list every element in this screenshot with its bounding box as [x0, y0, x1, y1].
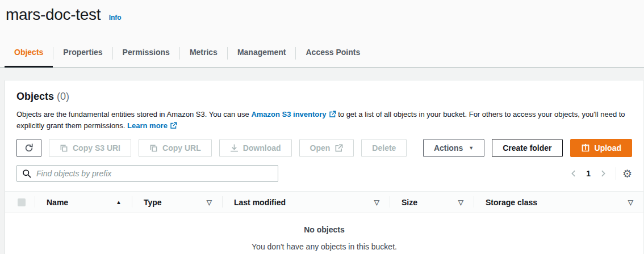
copy-icon	[149, 144, 158, 153]
page-title: mars-doc-test	[6, 6, 101, 23]
sort-ascending-icon[interactable]: ▲	[116, 200, 122, 205]
column-label: Size	[402, 198, 417, 207]
upload-button[interactable]: Upload	[570, 139, 632, 157]
pager-divider	[616, 167, 616, 180]
column-label: Storage class	[486, 198, 537, 207]
copy-s3-uri-label: Copy S3 URI	[73, 143, 120, 153]
search-box[interactable]	[16, 165, 278, 182]
objects-count: (0)	[57, 91, 69, 102]
search-icon	[22, 169, 31, 178]
download-label: Download	[243, 143, 281, 153]
objects-heading-text: Objects	[16, 91, 54, 102]
external-link-icon	[334, 144, 343, 153]
column-header-last-modified[interactable]: Last modified ▽	[223, 192, 390, 213]
column-label: Name	[47, 198, 68, 207]
tab-access-points[interactable]: Access Points	[296, 42, 370, 67]
s3-inventory-link-text: Amazon S3 inventory	[251, 110, 326, 118]
table-header-checkbox-cell	[5, 192, 35, 213]
delete-button[interactable]: Delete	[361, 139, 407, 157]
sort-icon[interactable]: ▽	[207, 199, 212, 206]
column-header-type[interactable]: Type ▽	[132, 192, 222, 213]
empty-state: No objects You don't have any objects in…	[5, 213, 643, 254]
tab-objects[interactable]: Objects	[5, 42, 53, 67]
learn-more-link-text: Learn more	[127, 121, 168, 130]
actions-label: Actions	[434, 143, 463, 153]
chevron-right-icon	[599, 170, 607, 177]
refresh-button[interactable]	[16, 139, 41, 157]
sort-icon[interactable]: ▽	[628, 199, 633, 206]
sort-icon[interactable]: ▽	[374, 199, 379, 206]
s3-inventory-link[interactable]: Amazon S3 inventory	[251, 110, 336, 118]
objects-table: Name ▲ Type ▽ Last modified ▽ Size ▽	[5, 191, 643, 254]
next-page-button[interactable]	[597, 168, 609, 179]
refresh-icon	[24, 143, 34, 153]
sort-icon[interactable]: ▽	[458, 199, 463, 206]
page-top-band: mars-doc-test Info Objects Properties Pe…	[0, 0, 644, 68]
column-header-size[interactable]: Size ▽	[390, 192, 474, 213]
tab-management[interactable]: Management	[228, 42, 296, 67]
caret-down-icon: ▼	[469, 146, 474, 151]
page-header: mars-doc-test Info	[0, 0, 644, 25]
empty-state-title: No objects	[5, 225, 643, 234]
tab-metrics[interactable]: Metrics	[180, 42, 227, 67]
select-all-checkbox[interactable]	[18, 198, 26, 206]
copy-icon	[60, 144, 68, 153]
external-link-icon	[170, 122, 177, 129]
search-input[interactable]	[35, 168, 273, 179]
upload-label: Upload	[595, 143, 621, 153]
preferences-gear-icon[interactable]: ⚙	[622, 168, 632, 179]
actions-dropdown-button[interactable]: Actions ▼	[423, 139, 484, 157]
objects-panel: Objects (0) Objects are the fundamental …	[5, 80, 644, 254]
upload-icon	[581, 143, 590, 153]
current-page-number: 1	[580, 169, 597, 178]
objects-heading: Objects (0)	[16, 91, 632, 103]
objects-toolbar: Copy S3 URI Copy URL Download Open Delet…	[5, 132, 643, 157]
tab-bar: Objects Properties Permissions Metrics M…	[0, 42, 644, 67]
column-header-name[interactable]: Name ▲	[35, 192, 132, 213]
pagination: 1 ⚙	[567, 167, 632, 180]
table-header-row: Name ▲ Type ▽ Last modified ▽ Size ▽	[5, 191, 643, 213]
content-area: Objects (0) Objects are the fundamental …	[0, 68, 644, 254]
download-button[interactable]: Download	[219, 139, 292, 157]
objects-description: Objects are the fundamental entities sto…	[16, 109, 632, 132]
tab-permissions[interactable]: Permissions	[113, 42, 179, 67]
copy-url-button[interactable]: Copy URL	[139, 139, 212, 157]
objects-panel-header: Objects (0) Objects are the fundamental …	[5, 81, 643, 132]
column-label: Type	[144, 198, 162, 207]
external-link-icon	[329, 111, 336, 118]
column-header-storage-class[interactable]: Storage class ▽	[474, 192, 643, 213]
open-button[interactable]: Open	[299, 139, 354, 157]
search-row: 1 ⚙	[5, 157, 643, 182]
create-folder-label: Create folder	[503, 143, 551, 153]
description-text: Objects are the fundamental entities sto…	[16, 110, 251, 118]
download-icon	[230, 144, 239, 153]
delete-label: Delete	[372, 143, 396, 153]
learn-more-link[interactable]: Learn more	[127, 121, 177, 130]
create-folder-button[interactable]: Create folder	[492, 139, 562, 157]
chevron-left-icon	[570, 170, 578, 177]
tab-properties[interactable]: Properties	[53, 42, 112, 67]
column-label: Last modified	[234, 198, 286, 207]
copy-url-label: Copy URL	[162, 143, 201, 153]
open-label: Open	[310, 143, 331, 153]
info-link[interactable]: Info	[109, 14, 122, 22]
empty-state-message: You don't have any objects in this bucke…	[5, 242, 643, 251]
copy-s3-uri-button[interactable]: Copy S3 URI	[49, 139, 131, 157]
previous-page-button[interactable]	[567, 168, 580, 179]
